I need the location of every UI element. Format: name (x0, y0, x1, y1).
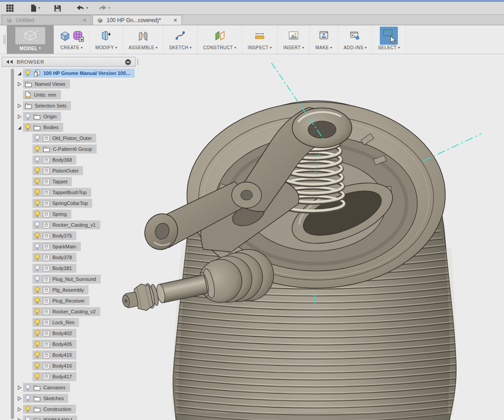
toolbar-grip[interactable] (4, 35, 5, 44)
browser-row-tappet[interactable]: Tappet (0, 176, 145, 187)
file-menu-button[interactable]: ▾ (28, 3, 42, 13)
menu-assemble[interactable]: ASSEMBLE▾ (123, 25, 164, 54)
visibility-bulb-icon[interactable] (34, 189, 40, 196)
collapse-arrow-icon[interactable] (16, 396, 22, 401)
menu-insert[interactable]: INSERT▾ (278, 25, 310, 54)
browser-row-c-pattern6-group[interactable]: C-Pattern6 Group (0, 144, 145, 154)
document-tab-1[interactable]: 100 HP Gn...covered)*× (93, 15, 182, 25)
menu-add-ins[interactable]: ADD-INS▾ (338, 25, 373, 54)
browser-row-units-mm[interactable]: Units: mm (0, 89, 145, 100)
browser-row-plug-nut-surround[interactable]: Plug_Nut_Surround (0, 274, 145, 285)
browser-row-origin[interactable]: Origin (0, 111, 145, 122)
collapse-arrow-icon[interactable] (16, 103, 22, 109)
undo-caret[interactable]: ▾ (86, 6, 88, 10)
browser-row-tappetbushtop[interactable]: TappetBushTop (0, 187, 145, 198)
redo-caret[interactable]: ▾ (108, 6, 110, 10)
browser-row-canvases[interactable]: Canvases (0, 382, 145, 393)
browser-row-named-views[interactable]: Named Views (0, 79, 145, 89)
browser-row-selection-sets[interactable]: Selection Sets (0, 100, 145, 111)
menu-modify[interactable]: MODIFY▾ (90, 25, 123, 54)
expand-arrow-icon[interactable] (16, 70, 22, 76)
browser-row-body378[interactable]: Body378 (0, 252, 145, 263)
visibility-bulb-icon[interactable] (25, 416, 31, 420)
workspace-switcher[interactable]: MODEL▾ (7, 25, 54, 54)
visibility-bulb-icon[interactable] (25, 406, 31, 413)
visibility-bulb-icon[interactable] (34, 221, 40, 229)
file-menu-caret[interactable]: ▾ (38, 6, 40, 10)
visibility-bulb-icon[interactable] (34, 297, 40, 304)
visibility-bulb-icon[interactable] (34, 156, 40, 163)
collapse-arrow-icon[interactable] (16, 417, 22, 420)
browser-row-body375[interactable]: Body375 (0, 230, 145, 241)
menu-sketch[interactable]: SKETCH▾ (163, 25, 197, 54)
tab-close-icon[interactable]: × (173, 17, 178, 23)
menu-construct[interactable]: CONSTRUCT▾ (198, 25, 243, 54)
viewport-canvas[interactable]: BROWSER 100 HP Gnome Manual Version 100.… (0, 54, 504, 420)
browser-row-body381[interactable]: Body381 (0, 263, 145, 274)
document-tab-0[interactable]: Untitled× (2, 15, 91, 25)
browser-row-sparkmain[interactable]: SparkMain (0, 241, 145, 252)
browser-remove-icon[interactable] (125, 59, 131, 65)
menu-select[interactable]: SELECT▾ (373, 25, 406, 54)
visibility-bulb-icon[interactable] (34, 373, 40, 380)
visibility-bulb-icon[interactable] (34, 167, 40, 174)
browser-row-sketches[interactable]: Sketches (0, 393, 145, 404)
browser-row-rocker-casting-v1[interactable]: Rocker_Casting_v1 (0, 219, 145, 230)
browser-row-80085a400-1[interactable]: 80085A400:1 (0, 415, 145, 420)
browser-row-rocker-casting-v2[interactable]: Rocker_Casting_v2 (0, 306, 145, 317)
browser-row-spring[interactable]: Spring (0, 209, 145, 219)
visibility-bulb-icon[interactable] (34, 178, 40, 185)
visibility-bulb-icon[interactable] (34, 232, 40, 239)
visibility-bulb-icon[interactable] (34, 254, 40, 261)
visibility-bulb-icon[interactable] (25, 70, 31, 77)
browser-row-body416[interactable]: Body416 (0, 360, 145, 371)
collapse-arrow-icon[interactable] (16, 406, 22, 412)
browser-row-body417[interactable]: Body417 (0, 371, 145, 382)
expand-arrow-icon[interactable] (16, 125, 22, 131)
visibility-bulb-icon[interactable] (34, 330, 40, 337)
browser-resize-grip[interactable] (137, 59, 139, 65)
browser-row-bodies[interactable]: Bodies (0, 122, 145, 133)
save-button[interactable] (52, 4, 63, 13)
browser-row-plug-receiver[interactable]: Plug_Receiver (0, 295, 145, 306)
undo-button[interactable]: ▾ (74, 4, 90, 13)
menu-inspect[interactable]: INSPECT▾ (242, 25, 278, 54)
browser-row-pistonouter[interactable]: PistonOuter (0, 165, 145, 176)
browser-row-old-piston-outer[interactable]: Old_Piston_Outer (0, 133, 145, 144)
visibility-bulb-icon[interactable] (34, 243, 40, 250)
browser-row-construction[interactable]: Construction (0, 404, 145, 415)
browser-collapse-icon[interactable] (6, 60, 13, 64)
visibility-bulb-icon[interactable] (25, 124, 31, 131)
visibility-bulb-icon[interactable] (34, 319, 40, 326)
menu-make[interactable]: MAKE▾ (310, 25, 338, 54)
visibility-bulb-icon[interactable] (34, 200, 40, 207)
visibility-bulb-icon[interactable] (34, 275, 40, 283)
visibility-bulb-icon[interactable] (25, 384, 31, 391)
browser-row-plg-assembly[interactable]: Plg_Assembly (0, 285, 145, 295)
menu-create[interactable]: CREATE▾ (54, 25, 90, 54)
browser-row-body368[interactable]: Body368 (0, 154, 145, 165)
visibility-bulb-icon[interactable] (25, 395, 31, 402)
app-grid-button[interactable] (4, 3, 16, 14)
browser-row-100-hp-gnome-manual-version-100-[interactable]: 100 HP Gnome Manual Version 100... (0, 68, 145, 79)
visibility-bulb-icon[interactable] (34, 265, 40, 272)
visibility-bulb-icon[interactable] (34, 308, 40, 315)
collapse-arrow-icon[interactable] (16, 81, 22, 87)
visibility-bulb-icon[interactable] (25, 113, 31, 120)
browser-row-body415[interactable]: Body415 (0, 350, 145, 360)
collapse-arrow-icon[interactable] (16, 385, 22, 391)
visibility-bulb-icon[interactable] (34, 341, 40, 348)
collapse-arrow-icon[interactable] (16, 114, 22, 120)
visibility-bulb-icon[interactable] (34, 145, 40, 153)
visibility-bulb-icon[interactable] (34, 351, 40, 359)
browser-row-body402[interactable]: Body402 (0, 328, 145, 339)
visibility-bulb-icon[interactable] (34, 362, 40, 369)
visibility-bulb-icon[interactable] (34, 135, 40, 142)
visibility-bulb-icon[interactable] (34, 210, 40, 218)
visibility-bulb-icon[interactable] (34, 286, 40, 294)
browser-row-body405[interactable]: Body405 (0, 339, 145, 350)
browser-row-lock-rim[interactable]: Lock_Rim (0, 317, 145, 328)
redo-button[interactable]: ▾ (96, 4, 112, 13)
browser-row-springcollartop[interactable]: SpringCollarTop (0, 198, 145, 209)
spring-retainer-torus[interactable] (292, 108, 352, 148)
